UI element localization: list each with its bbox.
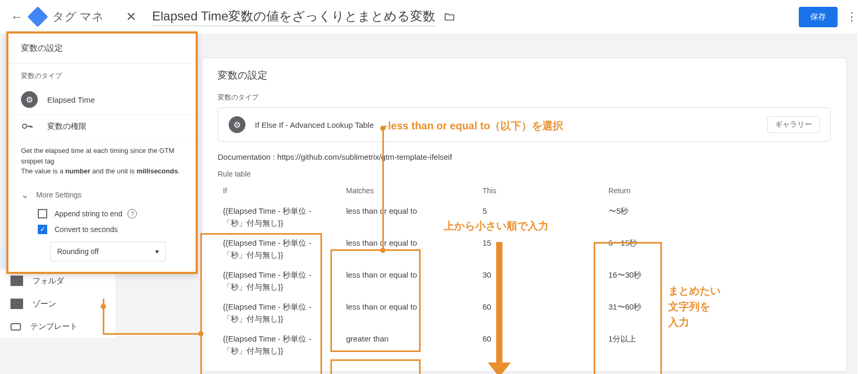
variable-permission-row[interactable]: 変数の権限 bbox=[8, 115, 196, 138]
cell-return[interactable]: 31〜60秒 bbox=[603, 297, 831, 329]
convert-seconds-checkbox-row[interactable]: ✓ Convert to seconds bbox=[8, 222, 196, 237]
cell-if[interactable]: {{Elapsed Time - 秒単位 - 「秒」付与無し}} bbox=[218, 233, 341, 265]
save-button[interactable]: 保存 bbox=[799, 7, 838, 27]
close-icon[interactable]: ✕ bbox=[126, 9, 136, 24]
col-if: If bbox=[218, 182, 341, 201]
checkbox-checked-icon[interactable]: ✓ bbox=[38, 225, 47, 234]
dropdown-arrow-icon: ▾ bbox=[155, 247, 159, 256]
folder-icon[interactable] bbox=[443, 11, 456, 23]
more-settings-toggle[interactable]: ⌄ More Settings bbox=[8, 184, 196, 206]
popup-type-label: 変数のタイプ bbox=[8, 64, 196, 85]
main-variable-config: 変数の設定 変数のタイプ ⚙ If Else If - Advanced Loo… bbox=[201, 58, 847, 372]
back-arrow-icon[interactable]: ← bbox=[10, 9, 23, 24]
key-icon bbox=[21, 121, 36, 131]
cell-matches[interactable]: less than or equal to bbox=[341, 265, 477, 297]
popup-title: 変数の設定 bbox=[8, 34, 196, 64]
table-row[interactable]: {{Elapsed Time - 秒単位 - 「秒」付与無し}}greater … bbox=[218, 329, 831, 361]
sidebar-item-label: フォルダ bbox=[33, 276, 64, 286]
cell-this[interactable]: 5 bbox=[477, 201, 603, 233]
cell-matches[interactable]: less than or equal to bbox=[341, 297, 477, 329]
col-matches: Matches bbox=[341, 182, 477, 201]
svg-point-0 bbox=[23, 124, 27, 128]
gear-icon: ⚙ bbox=[229, 116, 245, 133]
chevron-down-icon: ⌄ bbox=[21, 189, 29, 201]
cell-matches[interactable]: less than or equal to bbox=[341, 233, 477, 265]
sidebar-item-label: ゾーン bbox=[33, 299, 56, 309]
rule-table: If Matches This Return {{Elapsed Time - … bbox=[218, 182, 831, 361]
table-row[interactable]: {{Elapsed Time - 秒単位 - 「秒」付与無し}}less tha… bbox=[218, 201, 831, 233]
table-row[interactable]: {{Elapsed Time - 秒単位 - 「秒」付与無し}}less tha… bbox=[218, 265, 831, 297]
connector-dot bbox=[380, 126, 385, 131]
connector-line bbox=[382, 126, 384, 250]
variable-type-selector[interactable]: ⚙ If Else If - Advanced Lookup Table ギャラ… bbox=[218, 107, 831, 142]
connector-line bbox=[103, 333, 200, 335]
permission-label: 変数の権限 bbox=[47, 122, 87, 131]
append-string-checkbox-row[interactable]: Append string to end ? bbox=[8, 206, 196, 222]
table-row[interactable]: {{Elapsed Time - 秒単位 - 「秒」付与無し}}less tha… bbox=[218, 233, 831, 265]
variable-type-row[interactable]: ⚙ Elapsed Time bbox=[8, 85, 196, 115]
gallery-button[interactable]: ギャラリー bbox=[767, 116, 820, 133]
col-return: Return bbox=[603, 182, 831, 201]
gear-icon: ⚙ bbox=[21, 91, 38, 108]
main-title: 変数の設定 bbox=[218, 69, 831, 82]
variable-settings-popup: 変数の設定 変数のタイプ ⚙ Elapsed Time 変数の権限 Get th… bbox=[6, 31, 198, 274]
rounding-dropdown[interactable]: Rounding off ▾ bbox=[50, 241, 166, 261]
rule-table-label: Rule table bbox=[218, 170, 831, 178]
gtm-logo-icon bbox=[27, 6, 48, 27]
checkbox-unchecked-icon[interactable] bbox=[38, 209, 47, 218]
sidebar-item-zones[interactable]: ゾーン bbox=[0, 292, 115, 315]
cell-matches[interactable]: less than or equal to bbox=[341, 201, 477, 233]
variable-type-name: Elapsed Time bbox=[47, 95, 95, 104]
cell-if[interactable]: {{Elapsed Time - 秒単位 - 「秒」付与無し}} bbox=[218, 329, 341, 361]
main-type-label: 変数のタイプ bbox=[218, 93, 831, 102]
arrow-down-icon bbox=[496, 242, 511, 374]
cell-if[interactable]: {{Elapsed Time - 秒単位 - 「秒」付与無し}} bbox=[218, 265, 341, 297]
cell-if[interactable]: {{Elapsed Time - 秒単位 - 「秒」付与無し}} bbox=[218, 297, 341, 329]
col-this: This bbox=[477, 182, 603, 201]
documentation-link[interactable]: Documentation : https://github.com/subli… bbox=[218, 152, 831, 161]
cell-return[interactable]: 16〜30秒 bbox=[603, 265, 831, 297]
app-title: タグ マネ bbox=[52, 9, 104, 25]
sidebar-item-label: テンプレート bbox=[30, 322, 78, 332]
kebab-menu-icon[interactable]: ⋮ bbox=[846, 10, 858, 24]
cell-matches[interactable]: greater than bbox=[341, 329, 477, 361]
page-title[interactable]: Elapsed Time変数の値をざっくりとまとめる変数 bbox=[152, 8, 435, 26]
cell-return[interactable]: 〜5秒 bbox=[603, 201, 831, 233]
table-row[interactable]: {{Elapsed Time - 秒単位 - 「秒」付与無し}}less tha… bbox=[218, 297, 831, 329]
connector-dot bbox=[380, 248, 385, 253]
info-icon[interactable]: ? bbox=[127, 209, 137, 218]
popup-description: Get the elapsed time at each timing sinc… bbox=[8, 138, 196, 184]
sidebar-item-templates[interactable]: テンプレート bbox=[0, 315, 115, 338]
connector-dot bbox=[101, 304, 106, 309]
cell-if[interactable]: {{Elapsed Time - 秒単位 - 「秒」付与無し}} bbox=[218, 201, 341, 233]
variable-type-name: If Else If - Advanced Lookup Table bbox=[255, 120, 374, 129]
cell-return[interactable]: 1分以上 bbox=[603, 329, 831, 361]
cell-return[interactable]: 6〜15秒 bbox=[603, 233, 831, 265]
connector-dot bbox=[198, 331, 203, 336]
